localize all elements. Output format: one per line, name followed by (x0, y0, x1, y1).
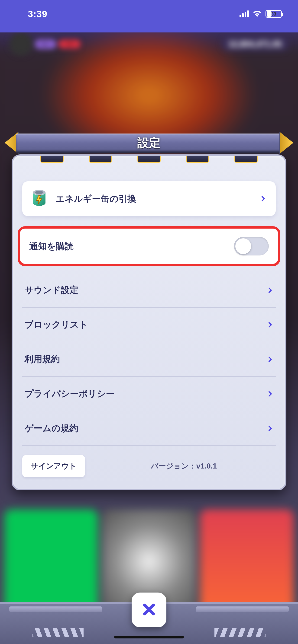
status-bar: 3:39 33 (0, 0, 298, 32)
close-icon (142, 602, 156, 618)
bg-top-hud: 個人 VIP5 12,804,471.05 (9, 32, 289, 56)
energy-exchange-row[interactable]: エネルギー缶の引換 (22, 181, 276, 216)
notification-label: 通知を購読 (29, 240, 234, 252)
sound-settings-row[interactable]: サウンド設定 (22, 273, 276, 308)
row-label: ゲームの規約 (25, 422, 267, 434)
toggle-knob (235, 238, 251, 254)
block-list-row[interactable]: ブロックリスト (22, 308, 276, 342)
terms-of-use-row[interactable]: 利用規約 (22, 342, 276, 377)
chevron-right-icon (267, 322, 273, 328)
settings-modal: 設定 エネルギー缶の引換 (12, 129, 286, 490)
wifi-icon (252, 10, 262, 18)
row-label: 利用規約 (25, 353, 267, 365)
battery-icon: 33 (265, 10, 282, 18)
sign-out-button[interactable]: サインアウト (22, 455, 85, 477)
close-button[interactable] (132, 592, 166, 627)
energy-can-icon (29, 189, 49, 209)
modal-title: 設定 (137, 135, 161, 151)
notification-subscribe-row[interactable]: 通知を購読 (18, 226, 280, 266)
game-terms-row[interactable]: ゲームの規約 (22, 411, 276, 446)
status-time: 3:39 (28, 9, 47, 19)
energy-exchange-label: エネルギー缶の引換 (56, 193, 253, 205)
chevron-right-icon (267, 287, 273, 294)
chevron-right-icon (267, 390, 273, 397)
chevron-right-icon (267, 425, 273, 432)
chevron-right-icon (260, 196, 266, 202)
row-label: サウンド設定 (25, 284, 267, 296)
privacy-policy-row[interactable]: プライバシーポリシー (22, 377, 276, 411)
row-label: プライバシーポリシー (25, 388, 267, 400)
chevron-right-icon (267, 356, 273, 362)
version-label: バージョン：v1.0.1 (92, 461, 276, 471)
modal-header: 設定 (5, 129, 293, 164)
svg-point-2 (35, 191, 43, 194)
home-indicator (114, 636, 184, 638)
cellular-icon (239, 10, 249, 18)
notification-toggle[interactable] (234, 237, 269, 256)
row-label: ブロックリスト (25, 319, 267, 330)
